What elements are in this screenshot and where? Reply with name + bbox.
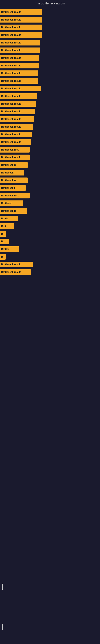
bottleneck-bar[interactable]: Bottleneck result [0,86,41,91]
bottleneck-bar[interactable]: Bottleneck result [0,70,38,76]
bottleneck-bar[interactable]: Bottle [0,216,18,222]
bar-row: Bottleneck resu [0,146,100,153]
bar-row: B [0,254,100,260]
bottleneck-bar[interactable]: Bott [0,224,14,229]
cursor-line [2,584,3,590]
bar-label: Bo [1,240,4,243]
bottleneck-bar[interactable]: Bottleneck result [0,55,39,61]
bar-row: Bottleneck re [0,208,100,214]
bar-label: B [1,232,3,235]
bar-row: Bottler [0,246,100,252]
bar-row: Bottleneck result [0,139,100,145]
bar-row: Bottleneck result [0,78,100,84]
bar-label: Bottleneck result [1,110,21,113]
bar-row: Bott [0,223,100,230]
bottleneck-bar[interactable]: Bottleneck resu [0,147,30,152]
bar-label: Bottleneck result [1,87,21,90]
bar-label: Bottleneck resu [1,148,19,151]
bottleneck-bar[interactable]: Bottleneck result [0,101,36,107]
bar-label: Bottleneck result [1,102,21,105]
bar-label: Bottleneck result [1,41,21,44]
bottleneck-bar[interactable]: Bottleneck result [0,24,42,30]
bar-label: Bottleneck result [1,11,21,14]
bar-label: Bottleneck re [1,179,16,182]
bar-label: Bottleneck result [1,26,21,29]
bar-row: Bottle [0,215,100,222]
bottleneck-bar[interactable]: Bottleneck [0,170,24,176]
bar-label: Bottleneck result [1,95,21,98]
bar-row: Bottleneck result [0,32,100,38]
bottleneck-bar[interactable]: Bottleneck result [0,40,40,46]
bottleneck-bar[interactable]: Bottler [0,246,19,252]
bar-row: Bottleneck result [0,116,100,122]
bar-label: Bottleneck re [1,210,16,212]
bar-row: Bottleneck [0,170,100,176]
bar-row: Bottleneck result [0,9,100,15]
cursor-line-2 [2,624,3,630]
bar-row: Bottleneck result [0,16,100,23]
bar-label: Bottleneck result [1,118,21,120]
bar-label: Bottleneck result [1,133,21,136]
bar-row: Bo [0,238,100,245]
bar-label: Bottleneck result [1,72,21,75]
bar-row: Bottleneck result [0,47,100,54]
bottleneck-bar[interactable]: Bottleneck result [0,154,30,160]
bar-label: Bottleneck result [1,56,21,59]
bar-label: Bottleneck result [1,64,21,67]
bottleneck-bar[interactable]: Bottleneck resu [0,193,30,198]
bar-row: Bottleneck result [0,131,100,138]
bar-label: Bottleneck result [1,156,21,159]
bottleneck-bar[interactable]: Bottleneck re [0,208,27,214]
bar-row: Bottleneck re [0,162,100,168]
bar-label: B [1,256,3,258]
bar-row: Bottleneck resu [0,192,100,199]
bottleneck-bar[interactable]: B [0,254,6,260]
bottleneck-bar[interactable]: B [0,231,6,237]
bottleneck-bar[interactable]: Bo [0,239,9,244]
bottleneck-bar[interactable]: Bottleneck result [0,78,38,84]
bottleneck-bar[interactable]: Bottleneck re [0,162,28,168]
bar-row: B [0,231,100,237]
bar-row: Bottleneck result [0,261,100,268]
bottleneck-bar[interactable]: Bottleneck result [0,269,31,275]
bar-label: Bottle [1,217,8,220]
bar-label: Bottleneck result [1,80,21,82]
site-title: TheBottlenecker.com [0,0,100,7]
bar-label: Bottlenec [1,202,12,205]
bottleneck-bar[interactable]: Bottleneck r [0,185,26,191]
bottleneck-bar[interactable]: Bottleneck result [0,9,42,15]
bottleneck-bar[interactable]: Bottleneck result [0,116,34,122]
bars-container: Bottleneck resultBottleneck resultBottle… [0,7,100,278]
bar-label: Bottleneck r [1,186,15,190]
bar-row: Bottleneck re [0,177,100,184]
bar-row: Bottleneck r [0,185,100,191]
bar-label: Bottler [1,248,9,250]
bar-label: Bottleneck re [1,164,16,166]
bar-label: Bottleneck result [1,18,21,21]
bar-row: Bottleneck result [0,85,100,92]
bottleneck-bar[interactable]: Bottleneck result [0,109,35,114]
bar-label: Bottleneck resu [1,194,19,197]
bar-row: Bottleneck result [0,124,100,130]
bar-row: Bottleneck result [0,55,100,61]
bottleneck-bar[interactable]: Bottleneck result [0,139,31,145]
bottleneck-bar[interactable]: Bottleneck result [0,48,40,53]
bottleneck-bar[interactable]: Bottleneck result [0,132,32,137]
bar-label: Bottleneck result [1,34,21,36]
bottleneck-bar[interactable]: Bottleneck result [0,124,33,130]
bar-row: Bottleneck result [0,100,100,107]
bar-row: Bottleneck result [0,154,100,160]
bottleneck-bar[interactable]: Bottleneck result [0,32,42,38]
bottleneck-bar[interactable]: Bottlenec [0,200,23,206]
bar-row: Bottlenec [0,200,100,206]
bottleneck-bar[interactable]: Bottleneck re [0,178,28,183]
bar-label: Bottleneck [1,171,13,174]
bar-label: Bottleneck result [1,263,21,266]
bar-row: Bottleneck result [0,62,100,69]
bar-label: Bottleneck result [1,271,21,274]
bottleneck-bar[interactable]: Bottleneck result [0,94,37,99]
bottleneck-bar[interactable]: Bottleneck result [0,17,42,22]
bar-row: Bottleneck result [0,269,100,275]
bottleneck-bar[interactable]: Bottleneck result [0,262,33,267]
bottleneck-bar[interactable]: Bottleneck result [0,63,39,68]
